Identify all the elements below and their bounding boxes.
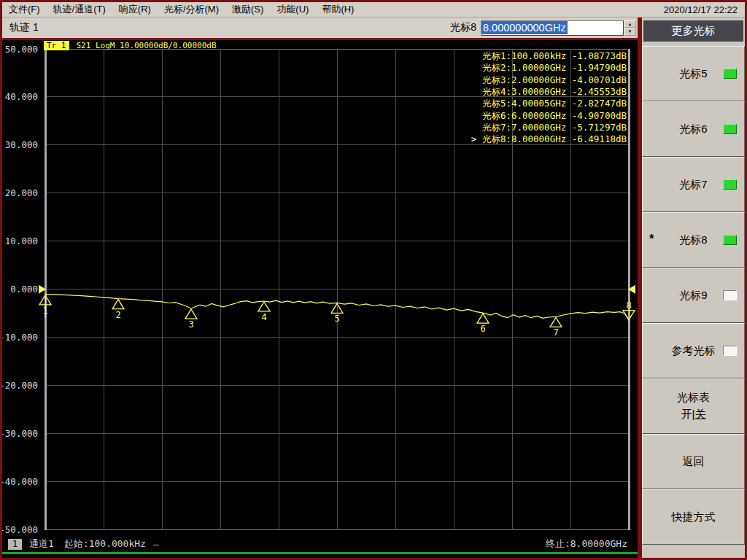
marker-readout-line: 光标4:3.00000GHz -2.45553dB	[482, 86, 627, 97]
marker-number-label: 6	[480, 324, 485, 334]
y-axis-tick-label: -10.000	[2, 332, 38, 343]
marker-readout-line: 光标6:6.00000GHz -4.90700dB	[482, 110, 627, 121]
menu-response[interactable]: 响应(R)	[112, 1, 158, 18]
trace-title: Tr 1 S21 LogM 10.00000dB/0.00000dB	[44, 40, 217, 50]
channel-name: 通道1	[29, 537, 54, 551]
status-bar: 1 通道1 起始:100.000kHz — 终止:8.00000GHz	[2, 536, 638, 552]
plot-area[interactable]: 50.00040.00030.00020.00010.0000.000-10.0…	[2, 40, 638, 536]
trace-toolbar: 轨迹 1 光标8 8.000000000GHz ▲ ▼	[2, 18, 638, 38]
menu-trace-channel[interactable]: 轨迹/通道(T)	[47, 1, 112, 18]
marker-frequency-input[interactable]: 8.000000000GHz	[481, 20, 624, 36]
marker5-button[interactable]: 光标5	[642, 46, 745, 101]
bottom-filler	[2, 554, 638, 558]
stepper-up-button[interactable]: ▲	[624, 20, 636, 28]
y-axis-tick-label: 20.000	[5, 187, 38, 198]
y-axis-tick-label: -50.000	[2, 524, 38, 535]
y-axis-tick-label: -30.000	[2, 428, 38, 439]
marker9-button[interactable]: 光标9	[642, 268, 745, 323]
marker-number-label: 5	[334, 314, 339, 324]
back-button[interactable]: 返回	[642, 434, 745, 489]
y-axis-tick-label: -40.000	[2, 476, 38, 487]
menu-marker-analysis[interactable]: 光标/分析(M)	[158, 1, 225, 18]
chart-column: 轨迹 1 光标8 8.000000000GHz ▲ ▼ Tr 1 S21	[2, 18, 638, 558]
marker-table-toggle-button[interactable]: 光标表 开|关	[642, 378, 745, 434]
menu-bar: 文件(F) 轨迹/通道(T) 响应(R) 光标/分析(M) 激励(S) 功能(U…	[2, 2, 745, 18]
vna-window: 文件(F) 轨迹/通道(T) 响应(R) 光标/分析(M) 激励(S) 功能(U…	[0, 0, 747, 560]
sweep-stop-label: 终止:8.00000GHz	[546, 537, 627, 551]
reference-marker-button[interactable]: 参考光标	[642, 323, 745, 378]
menu-help[interactable]: 帮助(H)	[315, 1, 360, 18]
marker5-led-icon	[723, 69, 737, 79]
marker6-button[interactable]: 光标6	[642, 101, 745, 157]
y-axis-tick-label: 50.000	[5, 44, 38, 55]
marker-readout-line: 光标1:100.000kHz -1.08773dB	[482, 50, 627, 61]
marker-frequency-value: 8.000000000GHz	[481, 21, 568, 34]
sweep-start-label: 起始:100.000kHz	[64, 537, 146, 551]
channel-badge: 1	[8, 539, 22, 550]
marker-readout-line: 光标3:2.00000GHz -4.00701dB	[482, 74, 627, 85]
trace-format-info: S21 LogM 10.00000dB/0.00000dB	[77, 41, 217, 50]
trace-selector-label[interactable]: 轨迹 1	[2, 21, 39, 34]
menu-file[interactable]: 文件(F)	[2, 1, 47, 18]
datetime-display: 2020/12/17 22:22	[664, 4, 745, 15]
marker-symbol[interactable]	[550, 317, 562, 327]
marker-number-label: 1	[42, 306, 47, 316]
marker8-button[interactable]: * 光标8	[642, 212, 745, 268]
softkey-sidebar: 更多光标 光标5 光标6 光标7 *	[642, 18, 745, 558]
menu-stimulus[interactable]: 激励(S)	[225, 1, 270, 18]
marker9-led-icon	[723, 290, 737, 300]
active-marker-star: *	[649, 232, 654, 246]
chart-area: Tr 1 S21 LogM 10.00000dB/0.00000dB 50.00…	[2, 40, 638, 536]
softkey-buttons: 光标5 光标6 光标7 * 光标8	[642, 46, 745, 545]
marker7-button[interactable]: 光标7	[642, 157, 745, 212]
marker-symbol[interactable]	[185, 309, 197, 319]
marker-symbol[interactable]	[477, 314, 489, 323]
y-axis-tick-label: 0.000	[10, 284, 38, 295]
main-row: 轨迹 1 光标8 8.000000000GHz ▲ ▼ Tr 1 S21	[2, 18, 745, 558]
marker7-led-icon	[723, 179, 737, 190]
marker-number-label: 8	[626, 300, 631, 311]
marker-frequency-stepper: ▲ ▼	[624, 20, 636, 36]
shortcut-button[interactable]: 快捷方式	[642, 489, 745, 545]
marker-number-label: 2	[115, 310, 120, 320]
marker-readout-line: 光标5:4.00005GHz -2.82747dB	[482, 98, 627, 109]
marker-symbol[interactable]	[258, 302, 270, 311]
marker-number-label: 7	[553, 327, 558, 338]
marker6-led-icon	[723, 124, 737, 134]
menu-function[interactable]: 功能(U)	[270, 1, 315, 18]
marker8-led-icon	[723, 235, 737, 245]
marker-readout-line: > 光标8:8.00000GHz -6.49118dB	[471, 133, 627, 144]
marker-symbol[interactable]	[112, 300, 124, 309]
marker-number-label: 4	[261, 312, 266, 322]
stepper-down-button[interactable]: ▼	[624, 28, 636, 36]
trace-badge[interactable]: Tr 1	[44, 41, 69, 50]
y-axis-tick-label: 30.000	[5, 139, 38, 150]
y-axis-tick-label: -20.000	[2, 380, 38, 391]
softkey-menu-title: 更多光标	[643, 20, 743, 42]
y-axis-tick-label: 40.000	[5, 91, 38, 102]
marker-table-toggle-state: 开|关	[681, 408, 706, 421]
vna-inner-frame: 文件(F) 轨迹/通道(T) 响应(R) 光标/分析(M) 激励(S) 功能(U…	[2, 2, 745, 558]
y-axis-tick-label: 10.000	[5, 236, 38, 246]
reference-marker-led-icon	[723, 346, 737, 356]
marker-readout-line: 光标7:7.00000GHz -5.71297dB	[482, 122, 627, 133]
marker-entry-label: 光标8	[450, 21, 481, 34]
marker-number-label: 3	[188, 319, 193, 330]
marker-readout-line: 光标2:1.00000GHz -1.94790dB	[482, 62, 627, 73]
sweep-indicator: —	[153, 539, 159, 550]
